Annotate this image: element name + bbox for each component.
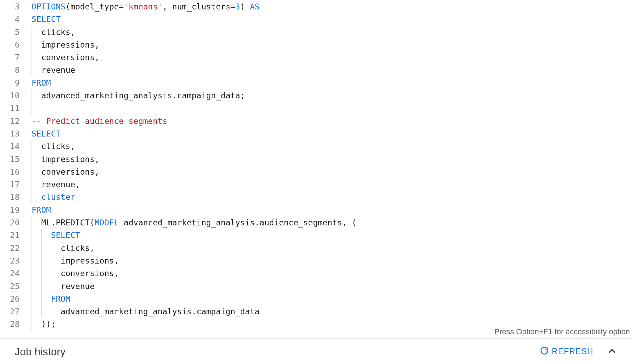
token-id: impressions,	[32, 155, 99, 164]
code-line[interactable]: 5 clicks,	[0, 26, 632, 38]
line-number: 17	[0, 178, 27, 191]
token-id: , num_clusters=	[163, 2, 235, 11]
code-content[interactable]: SELECT	[27, 127, 61, 140]
code-line[interactable]: 23 impressions,	[0, 254, 632, 267]
refresh-icon	[540, 346, 549, 357]
code-line[interactable]: 11	[0, 102, 632, 114]
token-kw: SELECT	[32, 129, 61, 138]
code-content[interactable]: impressions,	[27, 254, 119, 267]
token-id: clicks,	[32, 142, 75, 151]
code-content[interactable]: -- Predict audience segments	[27, 115, 167, 127]
token-kw: FROM	[32, 205, 51, 215]
line-number: 10	[0, 89, 27, 102]
token-id: (model_type=	[66, 2, 124, 11]
code-line[interactable]: 9FROM	[0, 77, 632, 89]
code-line[interactable]: 4SELECT	[0, 13, 632, 26]
code-content[interactable]: cluster	[27, 191, 75, 203]
code-line[interactable]: 26 FROM	[0, 293, 632, 305]
code-line[interactable]: 16 conversions,	[0, 166, 632, 178]
token-id: revenue,	[32, 180, 80, 189]
code-content[interactable]: FROM	[27, 293, 70, 305]
code-line[interactable]: 10 advanced_marketing_analysis.campaign_…	[0, 89, 632, 102]
code-line[interactable]: 15 impressions,	[0, 153, 632, 166]
line-number: 7	[0, 51, 27, 64]
code-content[interactable]: revenue	[27, 64, 75, 76]
indent-guide	[41, 280, 42, 293]
refresh-button[interactable]: REFRESH	[540, 346, 593, 357]
code-line[interactable]: 14 clicks,	[0, 140, 632, 153]
indent-guide	[41, 293, 42, 305]
line-number: 14	[0, 140, 27, 153]
code-content[interactable]: revenue,	[27, 178, 80, 191]
code-line[interactable]: 25 revenue	[0, 280, 632, 293]
token-str: 'kmeans'	[124, 2, 163, 11]
token-id: advanced_marketing_analysis.audience_seg…	[119, 218, 357, 227]
chevron-up-icon	[607, 351, 617, 357]
code-content[interactable]: impressions,	[27, 38, 99, 51]
line-number: 24	[0, 267, 27, 280]
indent-guide	[51, 242, 51, 254]
token-kw: FROM	[32, 78, 51, 88]
code-line[interactable]: 20 ML.PREDICT(MODEL advanced_marketing_a…	[0, 216, 632, 229]
code-content[interactable]: SELECT	[27, 229, 80, 241]
code-content[interactable]: FROM	[27, 204, 51, 216]
code-content[interactable]: ML.PREDICT(MODEL advanced_marketing_anal…	[27, 216, 357, 229]
indent-guide	[32, 153, 32, 166]
token-id: impressions,	[32, 40, 99, 49]
token-id: impressions,	[32, 256, 119, 265]
code-line[interactable]: 13SELECT	[0, 127, 632, 140]
code-content[interactable]: conversions,	[27, 51, 99, 64]
code-content[interactable]: ));	[27, 318, 56, 330]
code-line[interactable]: 8 revenue	[0, 64, 632, 76]
code-line[interactable]: 3OPTIONS(model_type='kmeans', num_cluste…	[0, 0, 632, 13]
token-kw: SELECT	[32, 15, 61, 24]
code-line[interactable]: 7 conversions,	[0, 51, 632, 64]
code-content[interactable]: conversions,	[27, 166, 99, 178]
indent-guide	[32, 267, 32, 280]
code-content[interactable]: advanced_marketing_analysis.campaign_dat…	[27, 305, 260, 318]
indent-guide	[32, 318, 32, 330]
code-line[interactable]: 27 advanced_marketing_analysis.campaign_…	[0, 305, 632, 318]
code-line[interactable]: 12-- Predict audience segments	[0, 115, 632, 127]
indent-guide	[32, 216, 32, 229]
indent-guide	[41, 305, 42, 318]
indent-guide	[32, 242, 32, 254]
code-line[interactable]: 24 conversions,	[0, 267, 632, 280]
code-content[interactable]: advanced_marketing_analysis.campaign_dat…	[27, 89, 245, 102]
line-number: 21	[0, 229, 27, 241]
code-line[interactable]: 6 impressions,	[0, 38, 632, 51]
indent-guide	[41, 229, 42, 241]
line-number: 5	[0, 26, 27, 38]
code-content[interactable]: SELECT	[27, 13, 61, 26]
code-content[interactable]: impressions,	[27, 153, 99, 166]
code-line[interactable]: 22 clicks,	[0, 242, 632, 254]
code-editor[interactable]: 3OPTIONS(model_type='kmeans', num_cluste…	[0, 0, 632, 339]
code-content[interactable]: FROM	[27, 77, 51, 89]
expand-collapse-button[interactable]	[607, 346, 617, 358]
line-number: 27	[0, 305, 27, 318]
code-content[interactable]: clicks,	[27, 242, 95, 254]
code-content[interactable]: clicks,	[27, 140, 75, 153]
line-number: 6	[0, 38, 27, 51]
token-kw: cluster	[41, 192, 75, 202]
indent-guide	[51, 280, 51, 293]
token-id: ML.PREDICT(	[32, 218, 95, 227]
line-number: 18	[0, 191, 27, 203]
line-number: 12	[0, 115, 27, 127]
code-line[interactable]: 21 SELECT	[0, 229, 632, 241]
line-number: 23	[0, 254, 27, 267]
code-content[interactable]: clicks,	[27, 26, 75, 38]
line-number: 20	[0, 216, 27, 229]
token-kw: AS	[250, 2, 260, 11]
indent-guide	[32, 26, 32, 38]
code-content[interactable]: OPTIONS(model_type='kmeans', num_cluster…	[27, 0, 260, 13]
token-id: advanced_marketing_analysis.campaign_dat…	[32, 91, 245, 100]
code-line[interactable]: 19FROM	[0, 204, 632, 216]
token-id	[32, 192, 41, 202]
code-content[interactable]: conversions,	[27, 267, 119, 280]
token-id: clicks,	[32, 28, 75, 37]
indent-guide	[32, 280, 32, 293]
code-line[interactable]: 18 cluster	[0, 191, 632, 203]
code-content[interactable]: revenue	[27, 280, 95, 293]
code-line[interactable]: 17 revenue,	[0, 178, 632, 191]
